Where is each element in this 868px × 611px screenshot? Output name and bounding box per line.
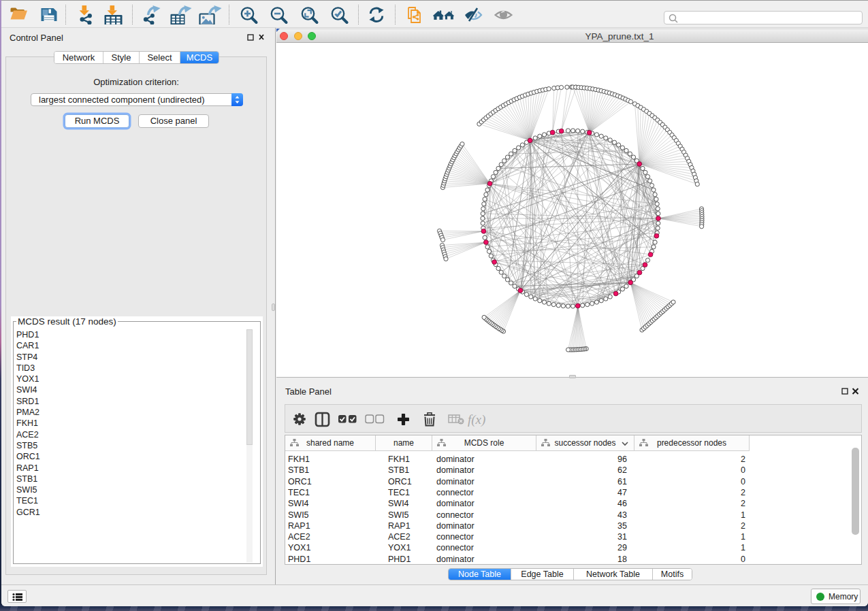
svg-text:f(x): f(x): [468, 412, 485, 427]
